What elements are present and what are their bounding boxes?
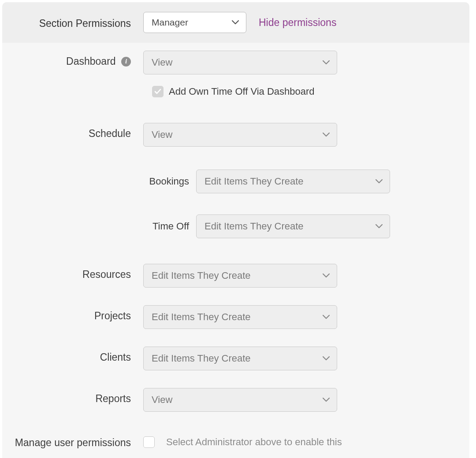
dashboard-select[interactable]: View — [143, 51, 337, 74]
schedule-row: Schedule View Bookings Edit Items They C… — [2, 115, 469, 238]
dashboard-timeoff-checkbox[interactable] — [152, 86, 164, 97]
section-permissions-label: Section Permissions — [2, 15, 143, 30]
resources-label: Resources — [2, 264, 143, 281]
manage-permissions-checkbox[interactable] — [143, 436, 155, 448]
permissions-panel: Section Permissions Manager Hide permiss… — [2, 2, 469, 458]
chevron-down-icon — [376, 179, 383, 184]
clients-row: Clients Edit Items They Create — [2, 339, 469, 370]
clients-select[interactable]: Edit Items They Create — [143, 347, 337, 370]
section-permissions-row: Section Permissions Manager Hide permiss… — [2, 2, 469, 43]
resources-select-value: Edit Items They Create — [152, 270, 251, 281]
projects-label: Projects — [2, 305, 143, 323]
dashboard-label: Dashboard i — [2, 51, 143, 68]
chevron-down-icon — [323, 133, 330, 137]
timeoff-label: Time Off — [143, 221, 196, 232]
timeoff-row: Time Off Edit Items They Create — [143, 214, 469, 238]
manage-permissions-row: Manage user permissions Select Administr… — [2, 428, 469, 450]
bookings-label: Bookings — [143, 176, 196, 187]
manage-permissions-label: Manage user permissions — [2, 436, 143, 450]
clients-label: Clients — [2, 347, 143, 364]
role-select[interactable]: Manager — [143, 12, 246, 33]
schedule-select[interactable]: View — [143, 123, 337, 147]
chevron-down-icon — [323, 315, 330, 319]
clients-select-value: Edit Items They Create — [152, 353, 251, 364]
dashboard-checkbox-label: Add Own Time Off Via Dashboard — [169, 86, 315, 97]
hide-permissions-link[interactable]: Hide permissions — [259, 17, 336, 29]
manage-permissions-hint: Select Administrator above to enable thi… — [166, 436, 342, 448]
schedule-label: Schedule — [2, 123, 143, 140]
reports-label: Reports — [2, 388, 143, 406]
projects-row: Projects Edit Items They Create — [2, 297, 469, 329]
chevron-down-icon — [376, 224, 383, 229]
chevron-down-icon — [323, 398, 330, 402]
chevron-down-icon — [323, 60, 330, 65]
reports-select-value: View — [152, 394, 172, 406]
reports-select[interactable]: View — [143, 388, 337, 412]
resources-row: Resources Edit Items They Create — [2, 256, 469, 288]
info-icon[interactable]: i — [121, 57, 131, 66]
chevron-down-icon — [232, 20, 239, 25]
projects-select-value: Edit Items They Create — [152, 311, 251, 323]
timeoff-select[interactable]: Edit Items They Create — [196, 214, 390, 238]
chevron-down-icon — [323, 273, 330, 278]
chevron-down-icon — [323, 356, 330, 361]
reports-row: Reports View — [2, 380, 469, 412]
bookings-select[interactable]: Edit Items They Create — [196, 170, 390, 193]
timeoff-select-value: Edit Items They Create — [205, 221, 304, 232]
role-select-value: Manager — [152, 17, 188, 28]
resources-select[interactable]: Edit Items They Create — [143, 264, 337, 288]
schedule-select-value: View — [152, 129, 172, 140]
bookings-select-value: Edit Items They Create — [205, 176, 304, 187]
projects-select[interactable]: Edit Items They Create — [143, 305, 337, 329]
dashboard-row: Dashboard i View Add Own Time Off Via Da… — [2, 43, 469, 97]
dashboard-checkbox-line: Add Own Time Off Via Dashboard — [152, 86, 315, 97]
bookings-row: Bookings Edit Items They Create — [143, 170, 469, 193]
dashboard-select-value: View — [152, 57, 172, 68]
